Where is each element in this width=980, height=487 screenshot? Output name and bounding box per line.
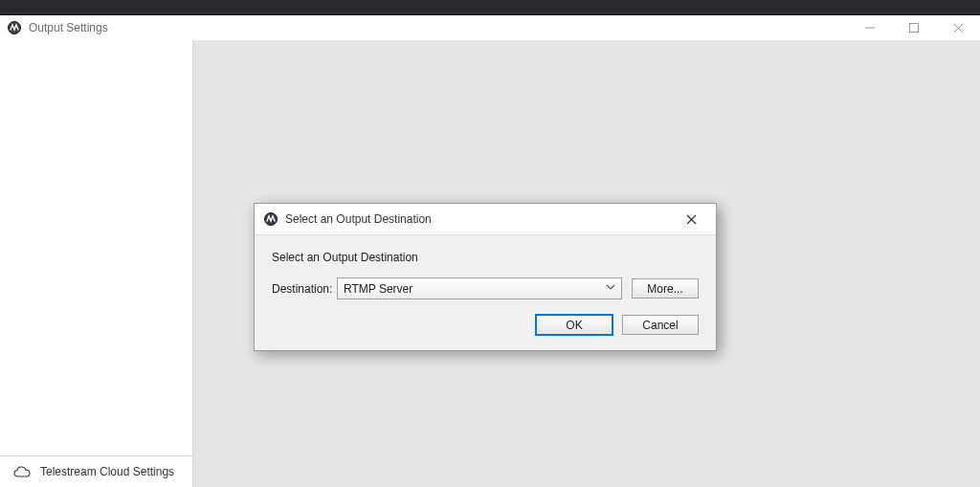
app-logo-icon — [8, 21, 21, 34]
ok-button[interactable]: OK — [536, 315, 612, 335]
dialog-heading: Select an Output Destination — [272, 251, 699, 264]
dialog-app-icon — [264, 212, 278, 226]
svg-point-5 — [265, 213, 278, 226]
maximize-button[interactable] — [892, 15, 936, 40]
svg-rect-2 — [910, 24, 919, 33]
window-controls — [848, 15, 980, 40]
more-button[interactable]: More... — [632, 278, 699, 299]
window-title: Output Settings — [29, 21, 108, 34]
destination-value: RTMP Server — [344, 282, 412, 296]
cloud-icon — [13, 466, 31, 477]
destination-label: Destination: — [272, 282, 337, 296]
output-destination-dialog: Select an Output Destination Select an O… — [254, 203, 717, 351]
dialog-title: Select an Output Destination — [285, 212, 432, 226]
minimize-button[interactable] — [848, 15, 892, 40]
destination-select[interactable]: RTMP Server — [337, 277, 622, 299]
ok-button-label: OK — [566, 319, 582, 332]
window-title-bar: Output Settings — [0, 15, 980, 41]
cancel-button[interactable]: Cancel — [622, 315, 699, 335]
dialog-close-button[interactable] — [672, 204, 710, 234]
cloud-settings-button[interactable]: Telestream Cloud Settings — [0, 455, 192, 487]
svg-point-0 — [9, 22, 21, 34]
sidebar: Telestream Cloud Settings — [0, 40, 193, 487]
app-top-strip — [0, 0, 980, 15]
main-canvas: Select an Output Destination Select an O… — [193, 40, 980, 487]
cloud-settings-label: Telestream Cloud Settings — [40, 465, 174, 478]
more-button-label: More... — [647, 282, 682, 296]
cancel-button-label: Cancel — [642, 319, 678, 332]
chevron-down-icon — [606, 281, 615, 296]
dialog-title-bar: Select an Output Destination — [255, 204, 716, 235]
close-button[interactable] — [936, 15, 980, 40]
